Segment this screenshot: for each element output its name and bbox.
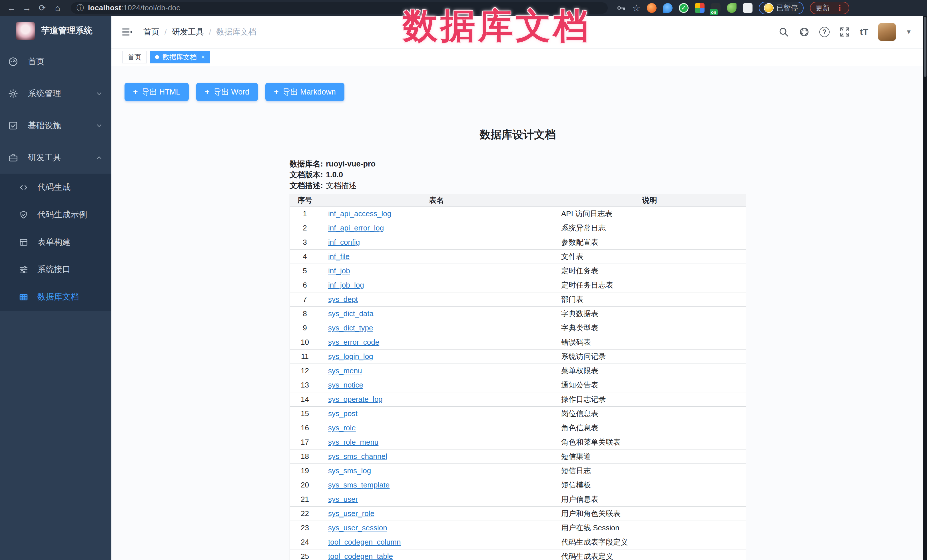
sidebar-fold-icon[interactable] bbox=[121, 26, 133, 38]
extension-icon-green-check[interactable]: ✓ bbox=[679, 3, 688, 13]
sidebar-item-home[interactable]: 首页 bbox=[0, 46, 111, 78]
extension-icon-blue-pin[interactable] bbox=[663, 3, 673, 13]
table-name-link[interactable]: sys_user bbox=[328, 495, 358, 504]
browser-reload-icon[interactable]: ⟳ bbox=[36, 2, 49, 14]
bookmark-star-icon[interactable]: ☆ bbox=[632, 3, 641, 14]
sidebar-item-dev-tools[interactable]: 研发工具 bbox=[0, 142, 111, 174]
url-host: localhost bbox=[88, 3, 122, 12]
sidebar-item-db-doc[interactable]: 数据库文档 bbox=[0, 283, 111, 311]
profile-paused-badge[interactable]: 已暂停 bbox=[759, 2, 804, 14]
search-icon[interactable] bbox=[778, 27, 789, 37]
db-name-line: 数据库名: ruoyi-vue-pro bbox=[290, 158, 746, 169]
breadcrumb-dev-tools[interactable]: 研发工具 bbox=[172, 27, 204, 37]
table-row: 2 inf_api_error_log 系统异常日志 bbox=[290, 221, 746, 235]
row-index-cell: 4 bbox=[290, 250, 320, 264]
avatar-caret-down-icon[interactable]: ▼ bbox=[906, 28, 912, 36]
export-word-button[interactable]: + 导出 Word bbox=[196, 83, 258, 101]
breadcrumb-home[interactable]: 首页 bbox=[143, 27, 160, 37]
table-name-link[interactable]: inf_api_access_log bbox=[328, 209, 391, 218]
sidebar-item-code-generation[interactable]: 代码生成 bbox=[0, 174, 111, 201]
page-scrollbar[interactable] bbox=[923, 16, 927, 560]
sidebar-item-system-management[interactable]: 系统管理 bbox=[0, 78, 111, 110]
table-name-link[interactable]: sys_menu bbox=[328, 366, 362, 375]
update-label: 更新 bbox=[816, 3, 830, 12]
table-name-link[interactable]: sys_sms_channel bbox=[328, 452, 387, 461]
table-name-link[interactable]: inf_job bbox=[328, 266, 350, 275]
tab-db-doc[interactable]: 数据库文档 × bbox=[150, 51, 210, 64]
row-index-cell: 16 bbox=[290, 421, 320, 435]
row-index-cell: 21 bbox=[290, 492, 320, 507]
table-name-link[interactable]: sys_error_code bbox=[328, 338, 379, 346]
site-info-icon[interactable]: ⓘ bbox=[76, 3, 84, 13]
browser-forward-icon[interactable]: → bbox=[21, 2, 33, 14]
table-row: 6 inf_job_log 定时任务日志表 bbox=[290, 278, 746, 293]
col-header-index: 序号 bbox=[290, 194, 320, 207]
sidebar-item-code-generation-demo[interactable]: 代码生成示例 bbox=[0, 201, 111, 228]
table-name-link[interactable]: sys_dict_type bbox=[328, 323, 373, 332]
chevron-down-icon bbox=[96, 90, 103, 97]
help-icon[interactable]: ? bbox=[819, 27, 830, 37]
table-name-link[interactable]: sys_sms_log bbox=[328, 466, 371, 475]
table-description-cell: 定时任务日志表 bbox=[553, 278, 746, 293]
fullscreen-icon[interactable] bbox=[839, 27, 850, 37]
table-name-cell: sys_role_menu bbox=[320, 435, 553, 449]
table-name-link[interactable]: inf_file bbox=[328, 252, 350, 261]
extension-icon-color-grid[interactable] bbox=[695, 3, 705, 13]
scrollbar-thumb[interactable] bbox=[924, 17, 926, 77]
table-name-cell: inf_job_log bbox=[320, 278, 553, 293]
table-name-cell: sys_sms_log bbox=[320, 464, 553, 478]
extension-icon-dark-on[interactable]: on bbox=[711, 3, 720, 13]
table-name-cell: tool_codegen_table bbox=[320, 549, 553, 560]
sidebar-item-label: 代码生成 bbox=[37, 182, 103, 193]
shield-check-icon bbox=[19, 210, 28, 220]
table-name-link[interactable]: inf_api_error_log bbox=[328, 224, 384, 232]
chevron-down-icon bbox=[96, 122, 103, 129]
table-name-link[interactable]: sys_dept bbox=[328, 295, 358, 304]
plus-icon: + bbox=[205, 87, 209, 97]
tab-home[interactable]: 首页 bbox=[122, 51, 147, 64]
table-name-link[interactable]: sys_role bbox=[328, 423, 356, 432]
table-name-link[interactable]: sys_dict_data bbox=[328, 309, 374, 318]
app-logo bbox=[16, 22, 35, 40]
row-index-cell: 7 bbox=[290, 293, 320, 307]
browser-home-icon[interactable]: ⌂ bbox=[52, 2, 64, 14]
breadcrumb-separator: / bbox=[164, 27, 167, 36]
table-name-link[interactable]: sys_notice bbox=[328, 381, 363, 389]
table-name-link[interactable]: sys_login_log bbox=[328, 352, 373, 361]
row-index-cell: 9 bbox=[290, 321, 320, 335]
browser-menu-kebab-icon[interactable]: ⋮ bbox=[836, 3, 843, 12]
on-badge: on bbox=[710, 9, 718, 15]
table-name-link[interactable]: inf_job_log bbox=[328, 281, 364, 289]
table-name-link[interactable]: sys_user_session bbox=[328, 524, 387, 532]
row-index-cell: 25 bbox=[290, 549, 320, 560]
row-index-cell: 3 bbox=[290, 235, 320, 250]
avatar[interactable] bbox=[878, 23, 896, 41]
app-logo-row[interactable]: 芋道管理系统 bbox=[0, 16, 111, 46]
table-name-link[interactable]: sys_post bbox=[328, 409, 357, 418]
table-name-link[interactable]: sys_role_menu bbox=[328, 438, 378, 446]
sidebar-item-label: 代码生成示例 bbox=[37, 209, 103, 220]
browser-update-button[interactable]: 更新 ⋮ bbox=[810, 2, 849, 14]
export-markdown-button[interactable]: + 导出 Markdown bbox=[265, 83, 344, 101]
tab-close-icon[interactable]: × bbox=[201, 54, 205, 60]
browser-back-icon[interactable]: ← bbox=[5, 2, 18, 14]
table-name-link[interactable]: sys_operate_log bbox=[328, 395, 383, 404]
export-html-button[interactable]: + 导出 HTML bbox=[125, 83, 189, 101]
table-name-cell: inf_job bbox=[320, 264, 553, 278]
sidebar-item-form-builder[interactable]: 表单构建 bbox=[0, 228, 111, 256]
table-name-link[interactable]: sys_sms_template bbox=[328, 481, 389, 489]
password-key-icon[interactable] bbox=[616, 3, 626, 13]
table-name-link[interactable]: inf_config bbox=[328, 238, 360, 246]
extension-icon-green-leaf[interactable] bbox=[727, 3, 737, 13]
github-icon[interactable] bbox=[799, 27, 810, 37]
table-name-link[interactable]: sys_user_role bbox=[328, 509, 374, 518]
sidebar-item-system-api[interactable]: 系统接口 bbox=[0, 256, 111, 283]
table-name-link[interactable]: tool_codegen_column bbox=[328, 538, 401, 546]
table-name-link[interactable]: tool_codegen_table bbox=[328, 552, 393, 560]
font-size-icon[interactable]: tT bbox=[860, 27, 868, 37]
table-name-cell: sys_sms_template bbox=[320, 478, 553, 492]
col-header-table-name: 表名 bbox=[320, 194, 553, 207]
sidebar-item-infrastructure[interactable]: 基础设施 bbox=[0, 110, 111, 142]
extension-puzzle-icon[interactable] bbox=[743, 3, 752, 13]
extension-icon-orange[interactable] bbox=[647, 3, 656, 13]
